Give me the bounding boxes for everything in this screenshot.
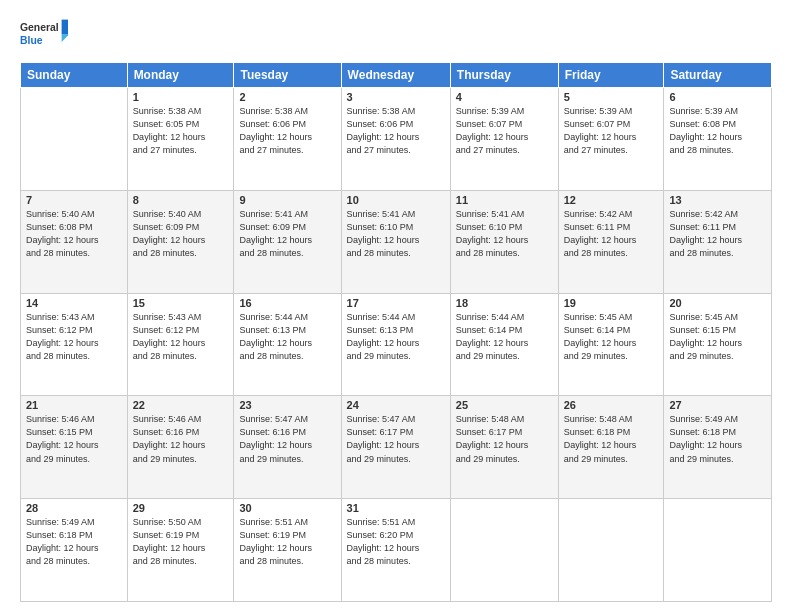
logo: General Blue: [20, 16, 68, 52]
day-number: 2: [239, 91, 335, 103]
cell-info: Sunrise: 5:51 AM Sunset: 6:20 PM Dayligh…: [347, 516, 445, 568]
calendar-cell: [558, 499, 664, 602]
cell-info: Sunrise: 5:38 AM Sunset: 6:06 PM Dayligh…: [347, 105, 445, 157]
week-row-1: 1Sunrise: 5:38 AM Sunset: 6:05 PM Daylig…: [21, 88, 772, 191]
day-number: 3: [347, 91, 445, 103]
calendar-cell: 4Sunrise: 5:39 AM Sunset: 6:07 PM Daylig…: [450, 88, 558, 191]
day-number: 7: [26, 194, 122, 206]
svg-marker-2: [62, 20, 68, 34]
svg-marker-3: [62, 34, 68, 42]
cell-info: Sunrise: 5:38 AM Sunset: 6:05 PM Dayligh…: [133, 105, 229, 157]
day-number: 24: [347, 399, 445, 411]
header: General Blue: [20, 16, 772, 52]
weekday-wednesday: Wednesday: [341, 63, 450, 88]
calendar-cell: [21, 88, 128, 191]
cell-info: Sunrise: 5:47 AM Sunset: 6:16 PM Dayligh…: [239, 413, 335, 465]
cell-info: Sunrise: 5:49 AM Sunset: 6:18 PM Dayligh…: [669, 413, 766, 465]
day-number: 16: [239, 297, 335, 309]
calendar-cell: 18Sunrise: 5:44 AM Sunset: 6:14 PM Dayli…: [450, 293, 558, 396]
cell-info: Sunrise: 5:39 AM Sunset: 6:07 PM Dayligh…: [456, 105, 553, 157]
cell-info: Sunrise: 5:41 AM Sunset: 6:10 PM Dayligh…: [456, 208, 553, 260]
cell-info: Sunrise: 5:41 AM Sunset: 6:09 PM Dayligh…: [239, 208, 335, 260]
cell-info: Sunrise: 5:46 AM Sunset: 6:15 PM Dayligh…: [26, 413, 122, 465]
calendar-cell: 13Sunrise: 5:42 AM Sunset: 6:11 PM Dayli…: [664, 190, 772, 293]
calendar-cell: 1Sunrise: 5:38 AM Sunset: 6:05 PM Daylig…: [127, 88, 234, 191]
cell-info: Sunrise: 5:40 AM Sunset: 6:08 PM Dayligh…: [26, 208, 122, 260]
cell-info: Sunrise: 5:47 AM Sunset: 6:17 PM Dayligh…: [347, 413, 445, 465]
calendar-cell: 15Sunrise: 5:43 AM Sunset: 6:12 PM Dayli…: [127, 293, 234, 396]
weekday-tuesday: Tuesday: [234, 63, 341, 88]
cell-info: Sunrise: 5:41 AM Sunset: 6:10 PM Dayligh…: [347, 208, 445, 260]
calendar-cell: 10Sunrise: 5:41 AM Sunset: 6:10 PM Dayli…: [341, 190, 450, 293]
calendar-cell: 25Sunrise: 5:48 AM Sunset: 6:17 PM Dayli…: [450, 396, 558, 499]
day-number: 17: [347, 297, 445, 309]
day-number: 28: [26, 502, 122, 514]
calendar-cell: 6Sunrise: 5:39 AM Sunset: 6:08 PM Daylig…: [664, 88, 772, 191]
calendar-cell: 23Sunrise: 5:47 AM Sunset: 6:16 PM Dayli…: [234, 396, 341, 499]
day-number: 18: [456, 297, 553, 309]
page: General Blue SundayMondayTuesdayWednesda…: [0, 0, 792, 612]
calendar-table: SundayMondayTuesdayWednesdayThursdayFrid…: [20, 62, 772, 602]
day-number: 22: [133, 399, 229, 411]
day-number: 30: [239, 502, 335, 514]
day-number: 9: [239, 194, 335, 206]
day-number: 8: [133, 194, 229, 206]
day-number: 5: [564, 91, 659, 103]
calendar-cell: 16Sunrise: 5:44 AM Sunset: 6:13 PM Dayli…: [234, 293, 341, 396]
day-number: 19: [564, 297, 659, 309]
cell-info: Sunrise: 5:46 AM Sunset: 6:16 PM Dayligh…: [133, 413, 229, 465]
calendar-cell: 5Sunrise: 5:39 AM Sunset: 6:07 PM Daylig…: [558, 88, 664, 191]
day-number: 10: [347, 194, 445, 206]
week-row-2: 7Sunrise: 5:40 AM Sunset: 6:08 PM Daylig…: [21, 190, 772, 293]
calendar-cell: 3Sunrise: 5:38 AM Sunset: 6:06 PM Daylig…: [341, 88, 450, 191]
svg-text:General: General: [20, 22, 59, 33]
day-number: 26: [564, 399, 659, 411]
cell-info: Sunrise: 5:44 AM Sunset: 6:13 PM Dayligh…: [239, 311, 335, 363]
cell-info: Sunrise: 5:45 AM Sunset: 6:14 PM Dayligh…: [564, 311, 659, 363]
day-number: 13: [669, 194, 766, 206]
cell-info: Sunrise: 5:39 AM Sunset: 6:08 PM Dayligh…: [669, 105, 766, 157]
weekday-thursday: Thursday: [450, 63, 558, 88]
cell-info: Sunrise: 5:42 AM Sunset: 6:11 PM Dayligh…: [669, 208, 766, 260]
day-number: 12: [564, 194, 659, 206]
calendar-cell: 27Sunrise: 5:49 AM Sunset: 6:18 PM Dayli…: [664, 396, 772, 499]
svg-text:Blue: Blue: [20, 35, 43, 46]
cell-info: Sunrise: 5:48 AM Sunset: 6:18 PM Dayligh…: [564, 413, 659, 465]
day-number: 6: [669, 91, 766, 103]
day-number: 20: [669, 297, 766, 309]
calendar-cell: 22Sunrise: 5:46 AM Sunset: 6:16 PM Dayli…: [127, 396, 234, 499]
calendar-cell: 21Sunrise: 5:46 AM Sunset: 6:15 PM Dayli…: [21, 396, 128, 499]
calendar-body: 1Sunrise: 5:38 AM Sunset: 6:05 PM Daylig…: [21, 88, 772, 602]
calendar-cell: 8Sunrise: 5:40 AM Sunset: 6:09 PM Daylig…: [127, 190, 234, 293]
week-row-4: 21Sunrise: 5:46 AM Sunset: 6:15 PM Dayli…: [21, 396, 772, 499]
calendar-cell: 24Sunrise: 5:47 AM Sunset: 6:17 PM Dayli…: [341, 396, 450, 499]
cell-info: Sunrise: 5:38 AM Sunset: 6:06 PM Dayligh…: [239, 105, 335, 157]
calendar-cell: 19Sunrise: 5:45 AM Sunset: 6:14 PM Dayli…: [558, 293, 664, 396]
day-number: 27: [669, 399, 766, 411]
calendar-cell: 17Sunrise: 5:44 AM Sunset: 6:13 PM Dayli…: [341, 293, 450, 396]
calendar-cell: 28Sunrise: 5:49 AM Sunset: 6:18 PM Dayli…: [21, 499, 128, 602]
day-number: 25: [456, 399, 553, 411]
cell-info: Sunrise: 5:42 AM Sunset: 6:11 PM Dayligh…: [564, 208, 659, 260]
day-number: 4: [456, 91, 553, 103]
day-number: 14: [26, 297, 122, 309]
calendar-cell: 12Sunrise: 5:42 AM Sunset: 6:11 PM Dayli…: [558, 190, 664, 293]
cell-info: Sunrise: 5:50 AM Sunset: 6:19 PM Dayligh…: [133, 516, 229, 568]
cell-info: Sunrise: 5:49 AM Sunset: 6:18 PM Dayligh…: [26, 516, 122, 568]
calendar-cell: 29Sunrise: 5:50 AM Sunset: 6:19 PM Dayli…: [127, 499, 234, 602]
week-row-5: 28Sunrise: 5:49 AM Sunset: 6:18 PM Dayli…: [21, 499, 772, 602]
calendar-cell: 20Sunrise: 5:45 AM Sunset: 6:15 PM Dayli…: [664, 293, 772, 396]
cell-info: Sunrise: 5:43 AM Sunset: 6:12 PM Dayligh…: [26, 311, 122, 363]
cell-info: Sunrise: 5:51 AM Sunset: 6:19 PM Dayligh…: [239, 516, 335, 568]
day-number: 15: [133, 297, 229, 309]
weekday-header-row: SundayMondayTuesdayWednesdayThursdayFrid…: [21, 63, 772, 88]
weekday-monday: Monday: [127, 63, 234, 88]
weekday-saturday: Saturday: [664, 63, 772, 88]
cell-info: Sunrise: 5:43 AM Sunset: 6:12 PM Dayligh…: [133, 311, 229, 363]
cell-info: Sunrise: 5:39 AM Sunset: 6:07 PM Dayligh…: [564, 105, 659, 157]
calendar-cell: 14Sunrise: 5:43 AM Sunset: 6:12 PM Dayli…: [21, 293, 128, 396]
calendar-cell: 30Sunrise: 5:51 AM Sunset: 6:19 PM Dayli…: [234, 499, 341, 602]
week-row-3: 14Sunrise: 5:43 AM Sunset: 6:12 PM Dayli…: [21, 293, 772, 396]
calendar-cell: [664, 499, 772, 602]
logo-svg: General Blue: [20, 16, 68, 52]
